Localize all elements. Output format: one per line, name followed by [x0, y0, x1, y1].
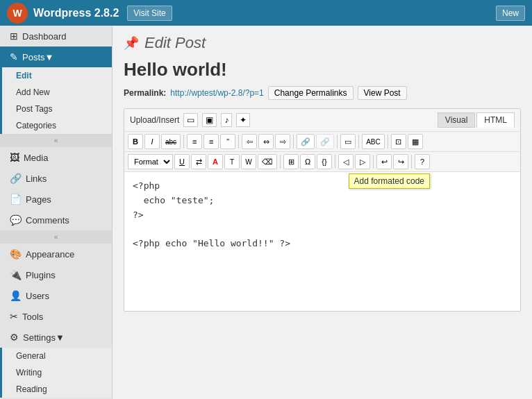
wp-logo-text: W — [13, 8, 22, 19]
redo-button[interactable]: ↪ — [393, 154, 408, 169]
content-line-1: <?php — [133, 179, 512, 194]
underline-button[interactable]: U — [174, 154, 190, 169]
page-title: Edit Post — [144, 34, 206, 52]
sidebar-item-label-appearance: Appearance — [26, 249, 74, 260]
sidebar-collapse-2[interactable]: « — [0, 230, 112, 244]
visit-site-button[interactable]: Visit Site — [127, 6, 172, 21]
upload-insert-label: Upload/Insert — [130, 115, 179, 125]
link-button[interactable]: 🔗 — [297, 134, 315, 149]
toolbar-row-2: Format U ⇄ A T W ⌫ ⊞ Ω {} ◁ ▷ ↩ ↪ — [124, 152, 520, 172]
sidebar-item-posts[interactable]: ✎ Posts ▼ — [0, 46, 112, 67]
sidebar-item-comments[interactable]: 💬 Comments — [0, 210, 112, 230]
editor-content[interactable]: <?php echo "teste"; ?> <?php echo "Hello… — [124, 172, 520, 311]
separator-7 — [280, 155, 281, 169]
separator-5 — [358, 135, 359, 148]
fullscreen-button[interactable]: ⊡ — [391, 134, 406, 149]
sidebar-collapse-1[interactable]: « — [0, 134, 112, 147]
sidebar-item-users[interactable]: 👤 Users — [0, 285, 112, 306]
sidebar-item-links[interactable]: 🔗 Links — [0, 168, 112, 189]
tab-html[interactable]: HTML — [476, 112, 515, 128]
indent-more-button[interactable]: ▷ — [355, 154, 370, 169]
pages-icon: 📄 — [10, 194, 22, 205]
bold-button[interactable]: B — [128, 134, 143, 149]
permalink-url: http://wptest/wp-2.8/?p=1 — [170, 88, 263, 98]
comments-icon: 💬 — [10, 214, 22, 226]
separator-9 — [373, 155, 374, 169]
sidebar-item-pages[interactable]: 📄 Pages — [0, 189, 112, 210]
undo-button[interactable]: ↩ — [376, 154, 392, 169]
upload-misc-button[interactable]: ✦ — [236, 113, 250, 127]
view-post-button[interactable]: View Post — [358, 86, 407, 100]
help-button[interactable]: ? — [415, 154, 430, 169]
site-title: Wordpress 2.8.2 — [33, 7, 119, 19]
submenu-item-writing[interactable]: Writing — [2, 364, 112, 381]
blockquote-button[interactable]: " — [220, 134, 235, 149]
new-button[interactable]: New — [496, 6, 525, 21]
ordered-list-button[interactable]: ≡ — [203, 134, 219, 149]
sidebar-item-dashboard[interactable]: ⊞ Dashboard — [0, 26, 112, 46]
format-select[interactable]: Format — [128, 154, 173, 169]
font-color-button[interactable]: A — [208, 154, 223, 169]
separator-6 — [388, 135, 388, 148]
editor-topbar: Upload/Insert ▭ ▣ ♪ ✦ Visual HTML — [124, 109, 520, 132]
spell-check-button[interactable]: ABC — [362, 134, 385, 149]
upload-video-button[interactable]: ▣ — [202, 113, 217, 127]
italic-button[interactable]: I — [144, 134, 160, 149]
sidebar-item-appearance[interactable]: 🎨 Appearance — [0, 244, 112, 264]
separator-10 — [411, 155, 412, 169]
unordered-list-button[interactable]: ≡ — [187, 134, 202, 149]
posts-icon: ✎ — [10, 51, 18, 62]
sidebar-item-settings[interactable]: ⚙ Settings ▼ — [0, 327, 112, 348]
tooltip-add-formatted-code: Add formated code — [349, 173, 430, 189]
tools-icon: ✂ — [10, 311, 18, 322]
special-chars-button[interactable]: Ω — [300, 154, 315, 169]
custom-code-button[interactable]: {} — [317, 154, 332, 169]
sidebar-item-plugins[interactable]: 🔌 Plugins — [0, 264, 112, 285]
sidebar-item-label-pages: Pages — [26, 194, 51, 205]
indent-less-button[interactable]: ◁ — [338, 154, 354, 169]
page-header: 📌 Edit Post — [124, 34, 521, 52]
insert-image-button[interactable]: ▭ — [340, 134, 356, 149]
separator-3 — [293, 135, 294, 148]
show-hide-button[interactable]: ▦ — [408, 134, 423, 149]
separator-1 — [183, 135, 184, 148]
sidebar-item-tools[interactable]: ✂ Tools — [0, 306, 112, 327]
submenu-item-post-tags[interactable]: Post Tags — [2, 101, 112, 117]
submenu-item-edit[interactable]: Edit — [2, 67, 112, 84]
submenu-item-categories[interactable]: Categories — [2, 117, 112, 134]
upload-audio-button[interactable]: ♪ — [221, 113, 232, 127]
change-permalinks-button[interactable]: Change Permalinks — [268, 86, 354, 100]
clear-format-button[interactable]: ⌫ — [258, 154, 277, 169]
upload-image-button[interactable]: ▭ — [183, 113, 198, 127]
tab-visual[interactable]: Visual — [438, 112, 475, 128]
sidebar-item-label-tools: Tools — [22, 312, 43, 322]
plugins-icon: 🔌 — [10, 269, 22, 280]
align-center-button[interactable]: ⇔ — [258, 134, 274, 149]
sidebar-item-label-media: Media — [24, 153, 48, 163]
submenu-item-reading[interactable]: Reading — [2, 381, 112, 398]
permalink-row: Permalink: http://wptest/wp-2.8/?p=1 Cha… — [124, 86, 521, 100]
submenu-item-add-new[interactable]: Add New — [2, 84, 112, 101]
submenu-item-general[interactable]: General — [2, 348, 112, 364]
align-left-button[interactable]: ⇦ — [242, 134, 257, 149]
align-right-button[interactable]: ⇨ — [275, 134, 290, 149]
editor-tabs: Visual HTML — [438, 112, 515, 128]
sidebar-item-label-plugins: Plugins — [26, 270, 56, 280]
settings-submenu: General Writing Reading — [0, 348, 112, 398]
paste-word-button[interactable]: W — [241, 154, 256, 169]
strikethrough-button[interactable]: abc — [161, 134, 181, 149]
media-icon: 🖼 — [10, 152, 19, 163]
justify-button[interactable]: ⇄ — [191, 154, 206, 169]
settings-icon: ⚙ — [10, 332, 19, 343]
users-icon: 👤 — [10, 290, 22, 301]
main-content: 📌 Edit Post Hello world! Permalink: http… — [113, 26, 532, 399]
paste-text-button[interactable]: T — [224, 154, 240, 169]
settings-arrow: ▼ — [56, 332, 65, 343]
unlink-button[interactable]: 🔗 — [316, 134, 334, 149]
insert-table-button[interactable]: ⊞ — [283, 154, 299, 169]
separator-2 — [238, 135, 239, 148]
sidebar-item-media[interactable]: 🖼 Media — [0, 147, 112, 168]
wp-logo: W — [7, 3, 28, 24]
content-line-3: ?> — [133, 208, 512, 223]
content-line-5: <?php echo "Hello world!!" ?> — [133, 237, 512, 251]
